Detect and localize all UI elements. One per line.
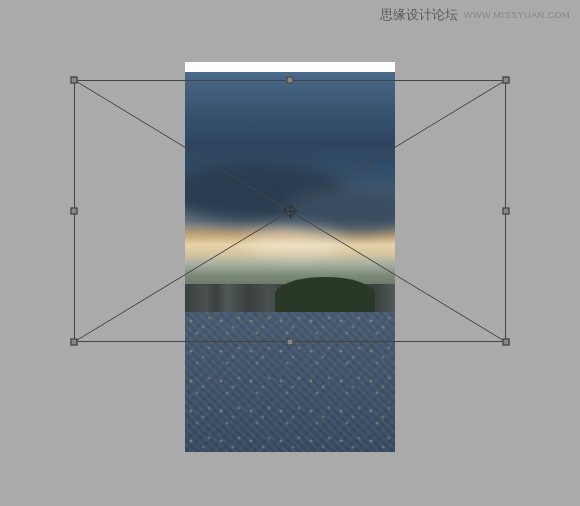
image-layer-sky [185,72,395,312]
watermark-site-name: 思缘设计论坛 [380,6,458,24]
document-canvas[interactable] [185,62,395,452]
transform-handle-bottom-right[interactable] [503,339,510,346]
hill-silhouette [275,277,375,312]
transform-handle-bottom-left[interactable] [71,339,78,346]
image-layer-city [185,312,395,452]
cloud-shape [245,227,345,257]
cloud-shape [285,187,395,232]
city-texture [185,312,395,452]
watermark: 思缘设计论坛 WWW.MISSYUAN.COM [380,6,570,24]
canvas-background [185,62,395,72]
transform-handle-mid-left[interactable] [71,208,78,215]
transform-handle-mid-right[interactable] [503,208,510,215]
transform-handle-top-right[interactable] [503,77,510,84]
watermark-site-url: WWW.MISSYUAN.COM [464,10,570,20]
transform-handle-top-left[interactable] [71,77,78,84]
